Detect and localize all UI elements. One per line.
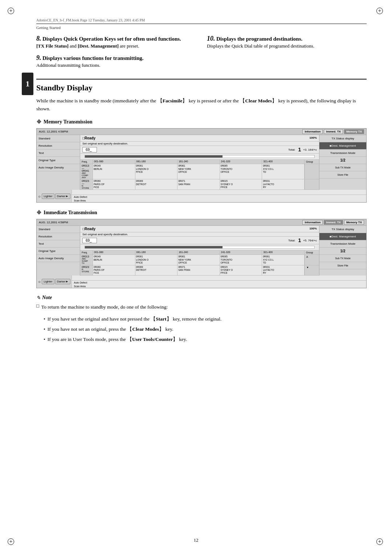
section-8-bold1: [TX File Status] (36, 43, 69, 49)
section-10-body: Displays the Quick Dial table of program… (207, 42, 367, 50)
fax-ready-imm: □Ready 100% (80, 226, 319, 232)
section-label: Getting Started (36, 25, 367, 30)
memory-btn-mem[interactable]: Memory TX (344, 129, 364, 134)
bullet-2: • If you have not set an original, press… (44, 325, 367, 333)
rp-store-file-imm[interactable]: Store File (319, 262, 366, 269)
section-9: 9. Displays various functions for transm… (36, 54, 196, 69)
memory-transmission-screen: AUG. 12,2001 4:58PM Information Immed. T… (36, 128, 367, 203)
left-row-text: Text (37, 150, 80, 157)
fax-center-mem: □Ready 100% Set original and specify des… (80, 135, 319, 190)
immediate-transmission-heading: ❖ Immediate Transmission (36, 209, 367, 216)
col-right: 10. Displays the programed destinations.… (207, 35, 367, 72)
corner-mark-tl (7, 7, 17, 17)
dest-row-2-imm: 0R023 N STORE 0R060PARIS OFFICE 0R069DET… (80, 265, 319, 276)
rp-sub-tx-imm[interactable]: Sub TX Mode (319, 255, 366, 262)
rp-store-file-mem[interactable]: Store File (319, 171, 366, 179)
dest-row-1-imm: 0R013 ABC SUMP TX 0R049BERLIN 0R061LONDO… (80, 255, 319, 265)
rp-dest-mgmt-imm[interactable]: ■Dest. Management (319, 233, 366, 240)
rp-tx-mode-imm[interactable]: Transmission Mode (319, 240, 366, 248)
section-8: 8. Displays Quick Operation Keys set for… (36, 35, 196, 50)
section-8-bold2: [Dest. Management] (78, 43, 119, 49)
fax-input-imm: 69_ (82, 238, 97, 243)
fax-ready-mem: □Ready 100% (80, 135, 319, 142)
corner-mark-br (375, 537, 385, 547)
memory-btn-imm[interactable]: Memory TX (344, 220, 364, 225)
fax-top-bar-imm: AUG. 12,2001 4:58PM Information Immed. T… (37, 219, 366, 226)
note-body: To return the machine to standby mode, d… (41, 303, 168, 311)
header-meta: AdonisCE_EN_b-f_FM.book Page 12 Tuesday,… (36, 18, 367, 24)
chapter-tab: 1 (22, 73, 33, 95)
note-header: ✎ Note (36, 295, 367, 301)
tx-buttons-imm: Information Immed. TX Memory TX (302, 220, 364, 225)
rp-tx-mode-mem[interactable]: Transmission Mode (319, 150, 366, 157)
fax-lighter-darker-imm: ☼ Lighter Darker► (37, 276, 72, 288)
memory-transmission-heading: ❖ Memory Transmission (36, 118, 367, 125)
bullet-3: • If you are in User Tools mode, press t… (44, 335, 367, 343)
dest-row-2-mem: 0R023 — N STORE 0R060PARIS OFFICE 0R069D… (80, 179, 319, 190)
info-btn-mem[interactable]: Information (302, 129, 323, 134)
rp-fraction-imm: 1/2 (319, 248, 366, 255)
left-row-original-type: Original Type (37, 157, 80, 164)
lighter-btn-imm[interactable]: Lighter (42, 279, 54, 284)
fax-dest-rows-imm: 0R013 ABC SUMP TX 0R049BERLIN 0R061LONDO… (80, 255, 319, 276)
fax-progress-imm (80, 244, 319, 250)
fax-dest-label-imm: Set original and specify destination. (80, 232, 319, 237)
col-left: 8. Displays Quick Operation Keys set for… (36, 35, 196, 72)
standby-heading: Standby Display (36, 83, 367, 93)
bullet-1: • If you have set the original and have … (44, 315, 367, 323)
immed-btn-mem[interactable]: Immed. TX (324, 129, 343, 134)
page-number: 12 (194, 537, 199, 543)
fax-dest-rows-mem: 0R013 — 0R041 ABC COMP ANY 0R049BERLIN 0… (80, 164, 319, 190)
left-row-resolution: Resolution (37, 142, 80, 150)
fax-range-header-mem: Freq. 001-080 081-160 161-240 241-320 32… (80, 160, 319, 164)
rp-sub-tx-mem[interactable]: Sub TX Mode (319, 164, 366, 171)
fax-main-imm: Standard Resolution Text Original Type A… (37, 226, 366, 276)
section-10-number: 10. (207, 35, 215, 42)
lighter-btn-mem[interactable]: Lighter (42, 194, 54, 199)
left-row-auto-image: Auto Image Density (37, 164, 80, 171)
fax-left-panel-mem: Standard Resolution Text Original Type A… (37, 135, 80, 190)
fax-top-bar-mem: AUG. 12,2001 4:58PM Information Immed. T… (37, 129, 366, 135)
immediate-transmission-screen: AUG. 12,2001 4:58PM Information Immed. T… (36, 219, 367, 288)
sections-row: 8. Displays Quick Operation Keys set for… (36, 35, 367, 72)
standby-intro: While the machine is in standby mode (im… (36, 97, 367, 113)
fax-main-mem: Standard Resolution Text Original Type A… (37, 135, 366, 190)
fax-bottom-row-mem: ☼ Lighter Darker► Auto Defect Scan Area (37, 190, 366, 202)
fax-range-header-imm: Freq. 001-080 081-160 161-240 241-320 32… (80, 250, 319, 255)
section-10-title: Displays the programed destinations. (216, 36, 302, 42)
darker-btn-mem[interactable]: Darker► (55, 194, 70, 199)
tx-buttons-mem: Information Immed. TX Memory TX (302, 129, 364, 134)
section-8-body: [TX File Status] and [Dest. Management] … (36, 42, 196, 50)
fax-right-panel-mem: TX Status display ■Dest. Management Tran… (319, 135, 366, 190)
rp-tx-status-imm[interactable]: TX Status display (319, 226, 366, 233)
fax-lower-center-mem: Auto Defect Scan Area (72, 190, 366, 202)
section-9-body: Additional transmitting functions. (36, 62, 196, 69)
fax-progress-mem (80, 154, 319, 160)
rp-tx-status-mem[interactable]: TX Status display (319, 135, 366, 142)
fax-input-mem: 69_ (82, 147, 97, 152)
fax-right-panel-imm: TX Status display ■Dest. Management Tran… (319, 226, 366, 276)
fax-left-panel-imm: Standard Resolution Text Original Type A… (37, 226, 80, 276)
rp-fraction-mem: 1/2 (319, 157, 366, 164)
fax-bottom-row-imm: ☼ Lighter Darker► Auto Defect Scan Area (37, 276, 366, 288)
darker-btn-imm[interactable]: Darker► (55, 279, 70, 284)
fax-input-row-mem: 69_ Total: 1 +3. 164/+c (80, 146, 319, 154)
immed-btn-imm[interactable]: Immed. TX (324, 220, 343, 225)
info-btn-imm[interactable]: Information (302, 220, 323, 225)
corner-mark-tr (375, 7, 385, 17)
divider (36, 79, 367, 80)
section-9-title: Displays various functions for transmitt… (42, 55, 144, 61)
section-10: 10. Displays the programed destinations.… (207, 35, 367, 50)
fax-dest-label-mem: Set original and specify destination. (80, 142, 319, 146)
fax-lower-center-imm: Auto Defect Scan Area (72, 276, 366, 288)
corner-mark-bl (7, 537, 17, 547)
section-9-number: 9. (36, 54, 41, 61)
fax-center-imm: □Ready 100% Set original and specify des… (80, 226, 319, 276)
fax-input-row-imm: 69_ Total: 1 +5. 764/+c (80, 237, 319, 244)
dest-row-1-mem: 0R013 — 0R041 ABC COMP ANY 0R049BERLIN 0… (80, 164, 319, 179)
rp-dest-mgmt-mem[interactable]: ■Dest. Management (319, 142, 366, 150)
note-section: ✎ Note □ To return the machine to standb… (36, 295, 367, 343)
section-8-number: 8. (36, 35, 41, 42)
note-checkbox-row: □ To return the machine to standby mode,… (36, 303, 367, 313)
fax-lighter-darker-mem: ☼ Lighter Darker► (37, 190, 72, 202)
